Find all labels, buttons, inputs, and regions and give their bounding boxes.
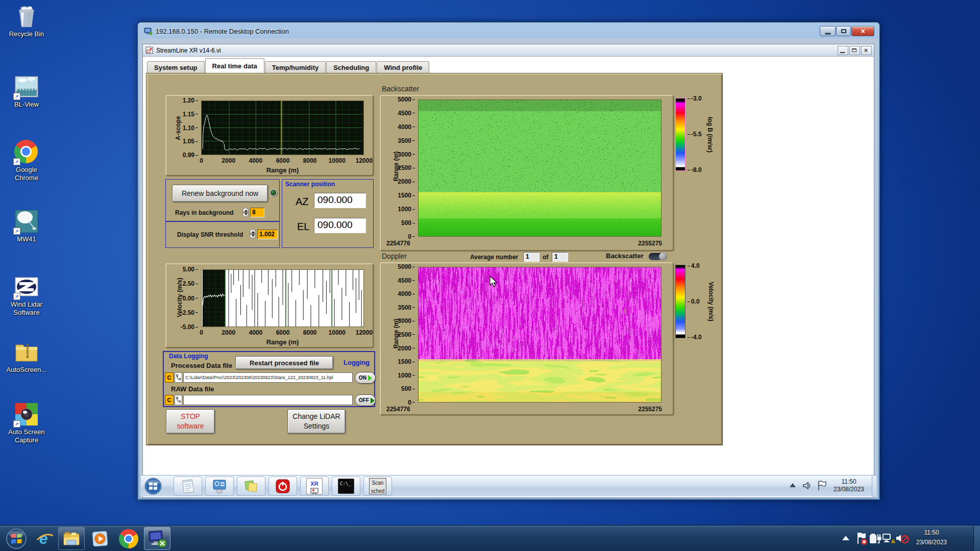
average-number-field[interactable]: 1 — [523, 252, 540, 262]
app-restore-button[interactable] — [849, 46, 860, 55]
backscatter-y-ticks: 50004500 40003500 30002500 20001500 1000… — [391, 96, 415, 240]
processed-path-field[interactable]: C:\Lidar\Data\Proc\2023\202308\20230823\… — [183, 372, 353, 383]
remote-desktop-icon — [147, 529, 167, 548]
svg-text:e: e — [39, 530, 48, 547]
el-value-field[interactable]: 090.000 — [314, 218, 366, 233]
processed-data-file-label: Processed Data file — [171, 362, 232, 369]
tab-system-setup[interactable]: System setup — [147, 61, 205, 73]
desktop-icon-recycle-bin[interactable]: Recycle Bin — [0, 4, 53, 38]
app-close-button[interactable]: × — [861, 46, 872, 55]
taskbar-remote-desktop[interactable] — [144, 527, 170, 550]
rdp-window: 192.168.0.150 - Remote Desktop Connectio… — [137, 22, 880, 500]
backscatter-cbar-max: -3.0 — [691, 95, 702, 102]
desktop-icon-label: Auto Screen — [8, 428, 45, 436]
processed-logging-on-button[interactable]: ON — [355, 372, 376, 384]
remote-speaker-icon[interactable] — [802, 481, 812, 491]
tray-power-icon[interactable] — [869, 533, 882, 545]
desktop: Recycle Bin ↗ BL-View ↗ GoogleChrome — [0, 0, 980, 551]
tray-action-center-icon[interactable] — [855, 532, 868, 546]
tab-wind-profile[interactable]: Wind profile — [377, 61, 429, 73]
raw-path-field[interactable] — [183, 395, 353, 405]
rdp-app-icon — [144, 28, 153, 35]
desktop-icon-label: Recycle Bin — [0, 30, 53, 38]
renew-background-led — [270, 189, 277, 196]
renew-background-button[interactable]: Renew background now — [172, 185, 268, 202]
remote-clock[interactable]: 11:5023/08/2023 — [828, 478, 869, 493]
tab-scheduling[interactable]: Scheduling — [326, 61, 376, 73]
backscatter-cbar-mid: -5.5 — [691, 131, 702, 138]
remote-taskbar-measurement-app[interactable] — [205, 477, 234, 496]
recycle-bin-icon — [14, 4, 39, 29]
tab-temp-humidity[interactable]: Temp/humidity — [265, 61, 326, 73]
desktop-icon-google-chrome[interactable]: ↗ GoogleChrome — [0, 140, 53, 182]
start-button[interactable] — [5, 528, 28, 550]
chrome-icon — [119, 529, 138, 548]
stop-software-button[interactable]: STOPsoftware — [166, 409, 215, 434]
rdp-maximize-button[interactable] — [836, 26, 851, 36]
desktop-icon-bl-view[interactable]: ↗ BL-View — [0, 74, 53, 109]
data-logging-group: Data Logging Processed Data file Restart… — [163, 351, 375, 407]
remote-tray-show-hidden-icons[interactable] — [790, 483, 796, 487]
app-minimize-button[interactable] — [838, 46, 848, 55]
app-titlebar[interactable]: StreamLine XR v14-6.vi — [143, 44, 874, 57]
taskbar-internet-explorer[interactable]: e — [32, 527, 58, 550]
remote-taskbar-scan-sched[interactable]: Scansched — [363, 477, 392, 496]
doppler-cbar-min: -4.0 — [691, 334, 702, 341]
tab-strip: System setup Real time data Temp/humidit… — [147, 58, 430, 73]
ascope-plot-group: A-scope 1.20 1.15 1.10 1.05 0.99 — [165, 95, 374, 176]
tray-network-icon[interactable] — [882, 533, 895, 545]
rays-value-field[interactable]: 8 — [250, 208, 264, 217]
raw-logging-off-button[interactable]: OFF — [355, 394, 376, 406]
path-browse-icon[interactable] — [175, 372, 182, 383]
toggle-knob[interactable] — [659, 253, 667, 261]
velocity-plot-group: Velocity (m/s) 5.00 2.50 0.00 -2.50 -5.0… — [165, 263, 374, 348]
velocity-x-ticks: 020004000 6000800010000 12000 — [188, 329, 378, 336]
remote-show-desktop-button[interactable] — [872, 475, 876, 497]
taskbar-windows-explorer[interactable] — [58, 527, 85, 550]
remote-taskbar-sticky-notes[interactable] — [237, 477, 265, 496]
snr-threshold-label: Display SNR threshold — [177, 231, 243, 238]
taskbar-media-player[interactable] — [87, 527, 113, 550]
snr-spinner[interactable] — [250, 229, 256, 239]
doppler-colorbar — [675, 265, 685, 338]
remote-taskbar-cmd[interactable]: C:\_ ··· — [332, 477, 360, 496]
remote-start-button[interactable] — [144, 477, 162, 495]
tab-real-time-data[interactable]: Real time data — [205, 58, 264, 73]
remote-taskbar-notepad[interactable] — [174, 477, 202, 496]
scanner-position-title: Scanner position — [285, 181, 335, 188]
shortcut-arrow-icon: ↗ — [13, 293, 20, 300]
wind-lidar-logo-icon: ↗ — [14, 274, 39, 299]
az-value-field[interactable]: 090.000 — [314, 193, 366, 208]
taskbar-chrome[interactable] — [115, 527, 142, 550]
remote-taskbar-xr-vi[interactable]: XR — [300, 477, 329, 496]
show-desktop-button[interactable] — [973, 525, 980, 551]
snr-value-field[interactable]: 1.002 — [257, 230, 278, 239]
backscatter-cbar-label: log B (/m/sr) — [706, 110, 714, 159]
zipped-folder-icon — [14, 340, 39, 364]
rdp-title-text: 192.168.0.150 - Remote Desktop Connectio… — [156, 28, 289, 35]
desktop-icon-autoscreen-zip[interactable]: AutoScreen... — [0, 340, 53, 374]
shortcut-arrow-icon: ↗ — [13, 93, 20, 100]
restart-processed-file-button[interactable]: Restart processed file — [235, 356, 333, 369]
tray-volume-muted-icon[interactable] — [895, 533, 910, 545]
remote-action-center-flag-icon[interactable] — [816, 480, 827, 491]
remote-taskbar-stop-app[interactable] — [268, 477, 297, 496]
mw41-balloon-icon: ↗ — [14, 209, 39, 234]
backscatter-title: Backscatter — [382, 85, 419, 93]
desktop-icon-auto-screen-capture[interactable]: ↗ Auto ScreenCapture — [0, 402, 53, 444]
change-lidar-settings-button[interactable]: Change LiDARSettings — [287, 409, 346, 434]
raw-drive-box[interactable]: C — [165, 395, 174, 405]
rdp-minimize-button[interactable] — [820, 26, 836, 36]
tray-show-hidden-icons[interactable] — [842, 536, 849, 540]
rays-spinner[interactable] — [242, 208, 249, 217]
desktop-icon-wind-lidar[interactable]: ↗ Wind LidarSoftware — [0, 274, 53, 317]
path-browse-icon[interactable] — [175, 395, 182, 405]
average-count-field[interactable]: 1 — [552, 252, 568, 262]
tray-clock[interactable]: 11:5023/08/2023 — [910, 528, 953, 547]
desktop-icon-mw41[interactable]: ↗ MW41 — [0, 209, 53, 243]
velocity-x-axis-label: Range (m) — [201, 338, 364, 346]
backscatter-toggle[interactable] — [649, 253, 667, 260]
rdp-titlebar[interactable]: 192.168.0.150 - Remote Desktop Connectio… — [144, 26, 289, 37]
processed-drive-box[interactable]: C — [165, 372, 174, 383]
rdp-close-button[interactable]: × — [851, 26, 874, 36]
